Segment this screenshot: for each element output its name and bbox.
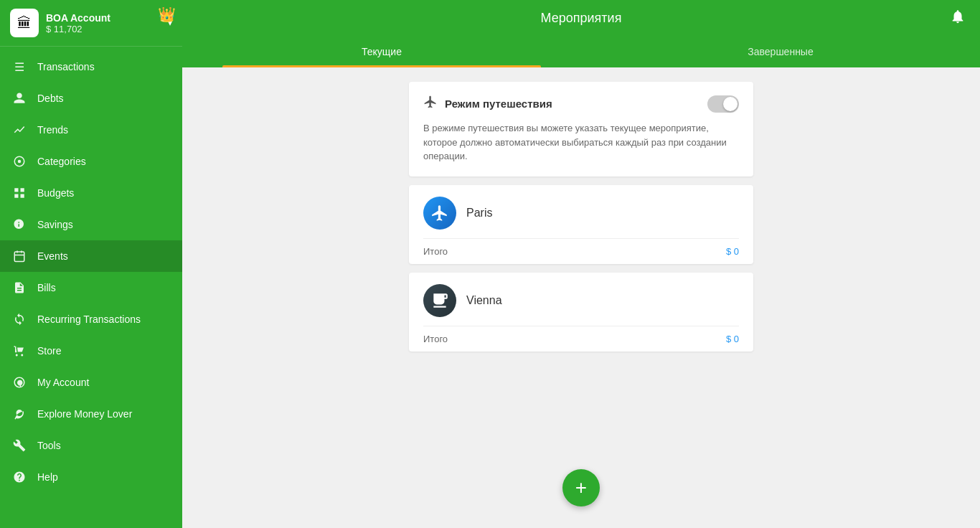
event-card-vienna[interactable]: Vienna Итого $ 0 [409,273,753,352]
vienna-event-icon [423,284,456,317]
add-event-button[interactable]: + [562,469,600,506]
vienna-total-label: Итого [423,334,448,344]
tab-current[interactable]: Текущие [182,36,581,67]
sidebar-label-store: Store [37,345,61,357]
svg-rect-4 [21,194,24,198]
vienna-event-name: Vienna [466,294,502,307]
app-logo: 🏛 [10,9,39,37]
sidebar-item-store[interactable]: Store [0,335,182,367]
paris-total-value: $ 0 [726,246,739,257]
svg-rect-5 [14,252,24,262]
sidebar-label-savings: Savings [37,219,73,230]
sidebar-item-my-account[interactable]: My Account [0,367,182,398]
travel-mode-title-row: Режим путешествия [423,95,552,113]
sidebar-item-budgets[interactable]: Budgets [0,177,182,209]
sidebar-label-bills: Bills [37,282,56,293]
sidebar-label-categories: Categories [37,156,86,167]
sidebar-item-help[interactable]: Help [0,461,182,493]
sidebar-item-trends[interactable]: Trends [0,114,182,146]
account-name: BOA Account [46,12,110,24]
travel-mode-title: Режим путешествия [445,98,552,110]
sidebar-label-tools: Tools [37,440,61,451]
vienna-total-row: Итого $ 0 [409,326,753,352]
sidebar-label-budgets: Budgets [37,187,74,199]
sidebar-item-categories[interactable]: Categories [0,146,182,177]
travel-mode-header: Режим путешествия [423,95,739,113]
event-card-paris[interactable]: Paris Итого $ 0 [409,185,753,264]
vienna-total-value: $ 0 [726,334,739,344]
store-icon [11,343,27,359]
budgets-icon [11,185,27,201]
sidebar-item-recurring[interactable]: Recurring Transactions [0,303,182,335]
my-account-icon [11,374,27,390]
main-content: Мероприятия Текущие Завершенные Режим пу… [182,0,980,528]
account-balance: $ 11,702 [46,24,110,34]
content-area: Режим путешествия В режиме путешествия в… [182,67,980,528]
sidebar-label-recurring: Recurring Transactions [37,314,141,325]
sidebar-label-trends: Trends [37,124,68,136]
sidebar-label-debts: Debts [37,93,64,104]
top-bar: Мероприятия [182,0,980,36]
page-title: Мероприятия [541,11,622,26]
svg-point-0 [18,160,22,164]
trends-icon [11,122,27,138]
sidebar-header: 🏛 BOA Account $ 11,702 👑 ▾ [0,0,182,47]
svg-rect-2 [21,188,24,192]
transactions-icon: ☰ [11,59,27,75]
paris-event-name: Paris [466,207,492,220]
sidebar: 🏛 BOA Account $ 11,702 👑 ▾ ☰ Transaction… [0,0,182,528]
paris-total-label: Итого [423,246,448,257]
paris-card-header: Paris [409,185,753,238]
travel-mode-toggle[interactable] [707,95,739,113]
vienna-card-header: Vienna [409,273,753,326]
plane-icon [423,95,438,113]
account-info: BOA Account $ 11,702 [46,12,110,34]
tab-completed[interactable]: Завершенные [581,36,980,67]
paris-event-icon [423,197,456,230]
bell-icon[interactable] [950,9,966,28]
debts-icon [11,90,27,106]
events-icon [11,248,27,264]
explore-icon [11,406,27,422]
sidebar-item-bills[interactable]: Bills [0,272,182,303]
sidebar-label-my-account: My Account [37,377,89,388]
sidebar-label-transactions: Transactions [37,61,95,72]
bills-icon [11,280,27,296]
sidebar-item-tools[interactable]: Tools [0,430,182,461]
logo-icon: 🏛 [17,15,32,32]
sidebar-item-transactions[interactable]: ☰ Transactions [0,51,182,82]
categories-icon [11,154,27,169]
crown-icon: 👑 [158,6,176,23]
sidebar-item-explore[interactable]: Explore Money Lover [0,398,182,430]
sidebar-label-events: Events [37,250,68,262]
sidebar-header-left: 🏛 BOA Account $ 11,702 [10,9,110,37]
help-icon [11,469,27,485]
svg-rect-1 [14,188,18,192]
sidebar-item-debts[interactable]: Debts [0,82,182,114]
svg-rect-3 [14,194,18,198]
sidebar-label-explore: Explore Money Lover [37,408,132,420]
sidebar-label-help: Help [37,471,58,483]
recurring-icon [11,311,27,327]
tabs-bar: Текущие Завершенные [182,36,980,67]
paris-total-row: Итого $ 0 [409,239,753,264]
sidebar-nav: ☰ Transactions Debts Trends Categories [0,47,182,528]
travel-mode-description: В режиме путешествия вы можете указать т… [423,121,739,164]
tools-icon [11,438,27,453]
sidebar-item-events[interactable]: Events [0,240,182,272]
savings-icon [11,217,27,232]
sidebar-item-savings[interactable]: Savings [0,209,182,240]
travel-mode-card: Режим путешествия В режиме путешествия в… [409,82,753,176]
